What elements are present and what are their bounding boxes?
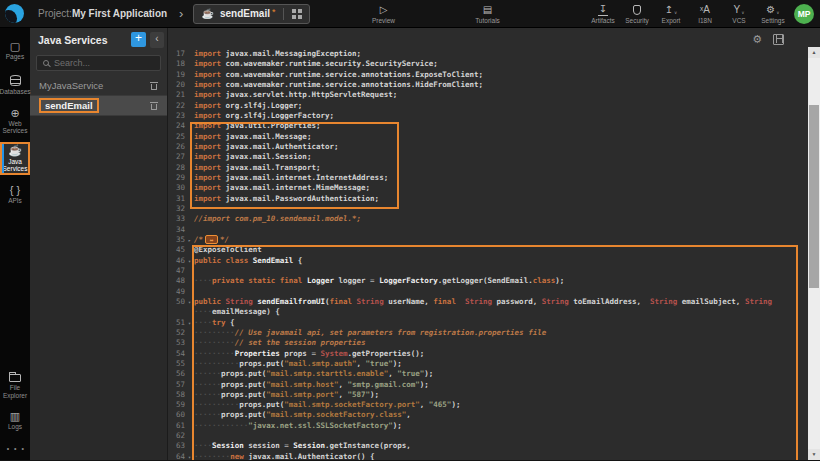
code-line[interactable]: 34 bbox=[168, 225, 808, 235]
code-line[interactable]: 19import com.wavemaker.runtime.service.a… bbox=[168, 70, 808, 80]
sidebar-item-logs[interactable]: ▥ Logs bbox=[0, 406, 30, 434]
code-line[interactable]: 33//import com.pm_10.sendemail.model.*; bbox=[168, 214, 808, 224]
line-number: 24 bbox=[168, 121, 185, 131]
folder-icon bbox=[9, 374, 21, 382]
sidebar-item-web-services[interactable]: ⊕ Web Services bbox=[0, 106, 30, 135]
code-area[interactable]: 17import javax.mail.MessagingException;1… bbox=[168, 49, 808, 460]
code-line[interactable]: 47 bbox=[168, 266, 808, 276]
avatar[interactable]: MP bbox=[794, 4, 814, 24]
code-line[interactable]: 57······props.put("mail.smtp.host", "smt… bbox=[168, 380, 808, 390]
export-label: Export bbox=[662, 17, 681, 24]
collapse-panel-button[interactable]: ‹ bbox=[150, 32, 164, 48]
code-line[interactable]: 54·········Properties props = System.get… bbox=[168, 349, 808, 359]
code-line[interactable]: 58······props.put("mail.smtp.port", "587… bbox=[168, 390, 808, 400]
sidebar-item-pages[interactable]: ▢ Pages bbox=[0, 36, 30, 64]
code-line[interactable]: 31import javax.mail.PasswordAuthenticati… bbox=[168, 194, 808, 204]
code-line[interactable]: 56······props.put("mail.smtp.starttls.en… bbox=[168, 369, 808, 379]
editor-scrollbar[interactable]: ▲ ▼ bbox=[808, 47, 820, 460]
code-line[interactable]: 30import javax.mail.internet.MimeMessage… bbox=[168, 183, 808, 193]
fold-toggle-icon[interactable]: ▾ bbox=[185, 318, 194, 328]
code-text: ··········props.put("mail.smtp.socketFac… bbox=[194, 400, 808, 410]
code-line[interactable]: 62 bbox=[168, 431, 808, 441]
code-line[interactable]: 52·········// Use javamail api, set para… bbox=[168, 328, 808, 338]
service-list-item[interactable]: MyJavaService bbox=[30, 76, 167, 96]
artifacts-button[interactable]: ↧ Artifacts bbox=[588, 4, 618, 24]
code-line[interactable]: 51▾····try { bbox=[168, 318, 808, 328]
code-line[interactable]: 26import javax.mail.Authenticator; bbox=[168, 142, 808, 152]
code-text bbox=[194, 225, 808, 235]
fold-gutter bbox=[185, 59, 194, 69]
code-line[interactable]: 61············"javax.net.ssl.SSLSocketFa… bbox=[168, 421, 808, 431]
code-line[interactable]: 23import org.slf4j.LoggerFactory; bbox=[168, 111, 808, 121]
code-text: ·········// set the session properties bbox=[194, 338, 808, 348]
add-service-button[interactable]: + bbox=[131, 32, 146, 47]
fold-gutter bbox=[185, 152, 194, 162]
sidebar-item-file-explorer[interactable]: File Explorer bbox=[0, 370, 30, 399]
fold-toggle-icon[interactable]: ▾ bbox=[185, 256, 194, 266]
project-name: My First Application bbox=[72, 8, 167, 19]
code-line[interactable]: 63····Session session = Session.getInsta… bbox=[168, 441, 808, 451]
code-line[interactable]: 24import java.util.Properties; bbox=[168, 121, 808, 131]
sidebar-item-databases[interactable]: Databases bbox=[0, 71, 30, 99]
tab-sendemail[interactable]: ☕ sendEmail * bbox=[193, 4, 310, 24]
code-line[interactable]: 60······props.put("mail.smtp.socketFacto… bbox=[168, 410, 808, 420]
settings-button[interactable]: ⚙∨ Settings bbox=[758, 4, 788, 24]
code-line[interactable]: 28import javax.mail.Transport; bbox=[168, 163, 808, 173]
scrollbar-thumb[interactable] bbox=[809, 105, 819, 288]
save-icon[interactable] bbox=[773, 34, 784, 45]
code-line[interactable]: 27import javax.mail.Session; bbox=[168, 152, 808, 162]
line-number: 52 bbox=[168, 328, 185, 338]
fold-toggle-icon[interactable]: ▾ bbox=[185, 297, 194, 307]
fold-gutter bbox=[185, 111, 194, 121]
code-line[interactable]: 18import com.wavemaker.runtime.security.… bbox=[168, 59, 808, 69]
code-line[interactable]: 49 bbox=[168, 287, 808, 297]
line-number: 25 bbox=[168, 132, 185, 142]
code-line[interactable]: 46▾public class SendEmail { bbox=[168, 256, 808, 266]
scroll-up-arrow[interactable]: ▲ bbox=[808, 47, 820, 58]
trash-icon[interactable] bbox=[150, 101, 158, 110]
vcs-button[interactable]: Y∨ VCS bbox=[724, 4, 754, 24]
code-line[interactable]: 32 bbox=[168, 204, 808, 214]
line-number: 53 bbox=[168, 338, 185, 348]
code-line[interactable]: 20import com.wavemaker.runtime.service.a… bbox=[168, 80, 808, 90]
fold-toggle-icon[interactable]: ▸ bbox=[185, 235, 194, 245]
code-line[interactable]: 21import javax.servlet.http.HttpServletR… bbox=[168, 90, 808, 100]
code-text: ··········props.put("mail.smtp.auth", "t… bbox=[194, 359, 808, 369]
code-line[interactable]: 55··········props.put("mail.smtp.auth", … bbox=[168, 359, 808, 369]
sidebar-item-label: Databases bbox=[0, 88, 31, 95]
code-line[interactable]: 64▾········new javax.mail.Authenticator(… bbox=[168, 452, 808, 460]
code-line[interactable]: 45@ExposeToClient bbox=[168, 245, 808, 255]
code-text: import javax.mail.Message; bbox=[194, 132, 808, 142]
coffee-icon: ☕ bbox=[8, 144, 22, 157]
code-line[interactable]: 48····private static final Logger logger… bbox=[168, 276, 808, 286]
code-line[interactable]: 59··········props.put("mail.smtp.socketF… bbox=[168, 400, 808, 410]
folded-code-pill[interactable]: ↔ bbox=[205, 235, 218, 244]
tutorials-button[interactable]: ▤ Tutorials bbox=[472, 4, 502, 24]
sidebar-item-apis[interactable]: { } APIs bbox=[0, 180, 30, 208]
code-line[interactable]: 22import org.slf4j.Logger; bbox=[168, 101, 808, 111]
i18n-button[interactable]: ˣA I18N bbox=[690, 4, 720, 24]
code-line[interactable]: ····emailMessage) { bbox=[168, 307, 808, 317]
code-line[interactable]: 50▾public String sendEmailfromUI(final S… bbox=[168, 297, 808, 307]
fold-gutter bbox=[185, 287, 194, 297]
scroll-down-arrow[interactable]: ▼ bbox=[808, 449, 820, 460]
more-options-icon[interactable]: • • • bbox=[0, 441, 30, 460]
service-list-item-selected[interactable]: sendEmail bbox=[30, 96, 167, 116]
search-input[interactable]: Search... bbox=[36, 55, 161, 71]
code-line[interactable]: 17import javax.mail.MessagingException; bbox=[168, 49, 808, 59]
code-line[interactable]: 29import javax.mail.internet.InternetAdd… bbox=[168, 173, 808, 183]
code-line[interactable]: 53·········// set the session properties bbox=[168, 338, 808, 348]
code-line[interactable]: 35▸/*↔*/ bbox=[168, 235, 808, 245]
export-button[interactable]: ↥∨ Export bbox=[656, 4, 686, 24]
fold-gutter bbox=[185, 400, 194, 410]
upload-icon: ↥ bbox=[665, 4, 673, 16]
grid-icon[interactable] bbox=[292, 9, 302, 19]
sidebar-item-java-services[interactable]: ☕ Java Services bbox=[0, 142, 30, 175]
security-button[interactable]: Security bbox=[622, 4, 652, 24]
fold-gutter bbox=[185, 90, 194, 100]
preview-button[interactable]: ▷ Preview bbox=[368, 4, 398, 24]
code-line[interactable]: 25import javax.mail.Message; bbox=[168, 132, 808, 142]
fold-toggle-icon[interactable]: ▾ bbox=[185, 452, 194, 460]
trash-icon[interactable] bbox=[150, 81, 158, 90]
editor-settings-gear-icon[interactable]: ⚙ bbox=[752, 34, 762, 45]
